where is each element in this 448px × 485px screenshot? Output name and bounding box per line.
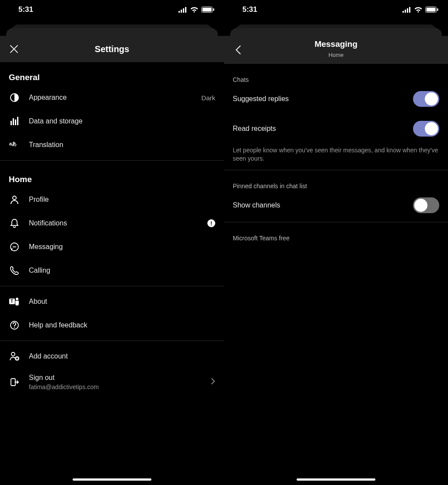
svg-rect-28 [407,8,408,13]
sign-out-label: Sign out [29,374,202,382]
toggle-label: Suggested replies [233,95,289,103]
row-suggested-replies[interactable]: Suggested replies [224,86,448,112]
svg-point-18 [16,298,18,300]
row-help[interactable]: Help and feedback [0,313,224,337]
row-show-channels[interactable]: Show channels [224,192,448,218]
status-time: 5:31 [242,5,257,14]
appearance-icon [9,92,20,103]
background-cards [224,25,448,36]
row-messaging[interactable]: Messaging [0,235,224,259]
row-label: Help and feedback [29,321,215,329]
cellular-icon [402,7,411,13]
profile-icon [9,194,20,205]
toggle-label: Show channels [233,201,280,209]
svg-rect-8 [10,121,12,125]
svg-text:T: T [10,299,13,304]
svg-rect-0 [178,11,180,13]
row-appearance[interactable]: Appearance Dark [0,86,224,109]
row-profile[interactable]: Profile [0,188,224,211]
wifi-icon [414,7,422,13]
section-heading-general: General [0,62,224,86]
add-account-icon [9,351,20,362]
svg-rect-6 [213,8,214,11]
svg-text:aあ: aあ [9,141,17,147]
status-time: 5:31 [18,5,33,14]
close-button[interactable] [8,43,20,55]
svg-rect-5 [203,8,212,12]
messaging-subtitle: Home [224,52,448,58]
status-indicators [402,7,438,13]
divider [0,286,224,286]
messaging-content: Chats Suggested replies Read receipts Le… [224,64,448,485]
svg-point-21 [11,352,15,356]
svg-rect-31 [427,8,436,12]
svg-point-20 [14,327,15,328]
row-label: Calling [29,267,215,274]
settings-content: General Appearance Dark Data and storage… [0,62,224,485]
svg-rect-32 [437,8,438,11]
row-label: Add account [29,352,215,360]
section-heading-chats: Chats [224,64,448,86]
suggested-replies-toggle[interactable] [413,91,439,107]
svg-rect-10 [15,119,16,125]
section-heading-home: Home [0,164,224,188]
back-button[interactable] [232,44,244,56]
appearance-value: Dark [201,94,215,102]
chat-icon [9,241,20,253]
read-receipts-toggle[interactable] [413,121,439,137]
svg-rect-2 [183,8,184,13]
help-icon [9,320,20,331]
home-indicator[interactable] [73,478,151,481]
chevron-right-icon [211,378,215,387]
home-indicator[interactable] [297,478,375,481]
settings-screen: 5:31 Settings General Appearance Dark [0,0,224,485]
status-bar: 5:31 [0,0,224,19]
teams-icon: T [9,296,20,307]
row-translation[interactable]: aあ Translation [0,133,224,157]
messaging-header: Messaging Home [224,36,448,64]
svg-rect-26 [402,11,404,13]
row-about[interactable]: T About [0,290,224,313]
section-heading-pinned: Pinned channels in chat list [224,170,448,192]
row-label: Data and storage [29,117,215,125]
svg-rect-27 [405,10,406,13]
svg-rect-1 [181,10,182,13]
account-email: fatima@addictivetips.com [29,383,202,390]
status-bar: 5:31 [224,0,448,19]
row-read-receipts[interactable]: Read receipts [224,112,448,142]
wifi-icon [190,7,198,13]
section-heading-teams-free: Microsoft Teams free [224,222,448,244]
svg-rect-9 [13,118,14,125]
battery-icon [201,7,214,13]
toggle-label: Read receipts [233,125,276,133]
bell-icon [9,218,20,229]
row-label: Notifications [29,219,199,227]
row-notifications[interactable]: Notifications ! [0,211,224,235]
row-data-storage[interactable]: Data and storage [0,109,224,133]
data-storage-icon [9,116,20,127]
row-sign-out[interactable]: Sign out fatima@addictivetips.com [0,368,224,396]
close-icon [9,44,19,54]
row-add-account[interactable]: Add account [0,344,224,368]
background-cards [0,25,224,36]
messaging-screen: 5:31 Messaging Home Chats Suggested repl… [224,0,448,485]
chevron-left-icon [235,45,241,55]
divider [0,341,224,341]
battery-icon [425,7,438,13]
translation-icon: aあ [9,139,20,151]
svg-rect-11 [17,117,18,125]
alert-badge: ! [207,219,215,227]
messaging-title: Messaging [224,39,448,49]
row-label: Profile [29,196,215,204]
settings-header: Settings [0,36,224,62]
sign-out-icon [9,376,20,388]
svg-rect-29 [409,7,410,13]
show-channels-toggle[interactable] [413,197,439,213]
phone-icon [9,265,20,276]
status-indicators [178,7,214,13]
settings-title: Settings [0,44,224,54]
divider [0,160,224,161]
svg-point-13 [13,196,16,200]
svg-rect-3 [185,7,186,13]
row-calling[interactable]: Calling [0,259,224,282]
